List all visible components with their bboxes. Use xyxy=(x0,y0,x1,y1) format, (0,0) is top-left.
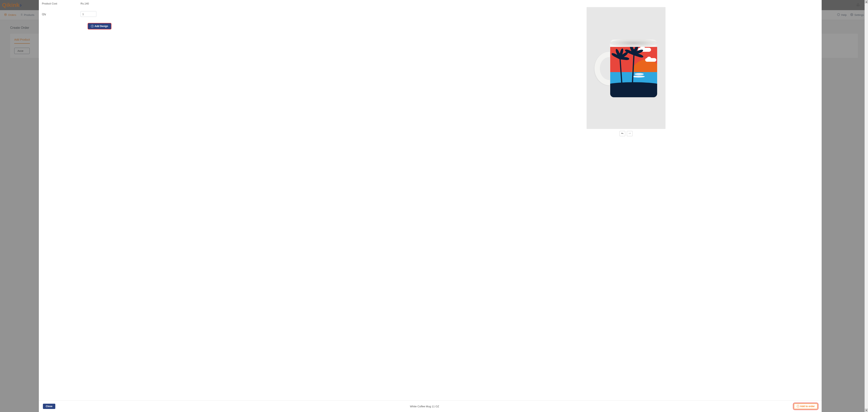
mug-body xyxy=(610,40,657,99)
product-preview-canvas[interactable] xyxy=(587,7,665,129)
applied-design-artwork xyxy=(610,47,657,97)
design-ground xyxy=(610,82,657,97)
modal-body: Product Cost Rs.140 Qty + Add Design xyxy=(39,0,822,401)
scroll-down-button[interactable]: ▼ xyxy=(865,409,868,412)
add-design-button[interactable]: + Add Design xyxy=(88,23,112,29)
undo-redo-toolbar xyxy=(620,131,632,136)
add-to-order-button[interactable]: + Add to order xyxy=(794,404,817,409)
qty-label: Qty xyxy=(42,12,81,15)
qty-input[interactable] xyxy=(81,11,96,17)
page-scrollbar[interactable]: ▲ ▼ xyxy=(865,0,868,412)
product-cost-value: Rs.140 xyxy=(81,2,89,5)
add-to-order-label: Add to order xyxy=(800,405,815,408)
design-reflection xyxy=(634,73,644,75)
add-design-label: Add Design xyxy=(95,25,108,28)
product-config-modal: Product Cost Rs.140 Qty + Add Design xyxy=(39,0,822,412)
close-button[interactable]: Close xyxy=(43,404,55,409)
modal-footer: Close White Coffee Mug 11 OZ + Add to or… xyxy=(39,401,822,412)
product-cost-label: Product Cost xyxy=(42,2,81,5)
plus-circle-icon: + xyxy=(91,25,94,28)
plus-circle-icon: + xyxy=(797,405,800,408)
mug-mockup xyxy=(594,38,657,99)
modal-preview-panel xyxy=(430,0,822,401)
design-cloud xyxy=(645,58,656,62)
product-name-footer: White Coffee Mug 11 OZ xyxy=(410,405,439,408)
product-cost-row: Product Cost Rs.140 xyxy=(42,2,427,5)
scroll-up-button[interactable]: ▲ xyxy=(865,0,868,3)
qty-row: Qty xyxy=(42,11,427,17)
mug-rim xyxy=(610,39,657,47)
redo-button[interactable] xyxy=(627,131,632,136)
modal-form-panel: Product Cost Rs.140 Qty + Add Design xyxy=(39,0,430,401)
undo-button[interactable] xyxy=(620,131,625,136)
